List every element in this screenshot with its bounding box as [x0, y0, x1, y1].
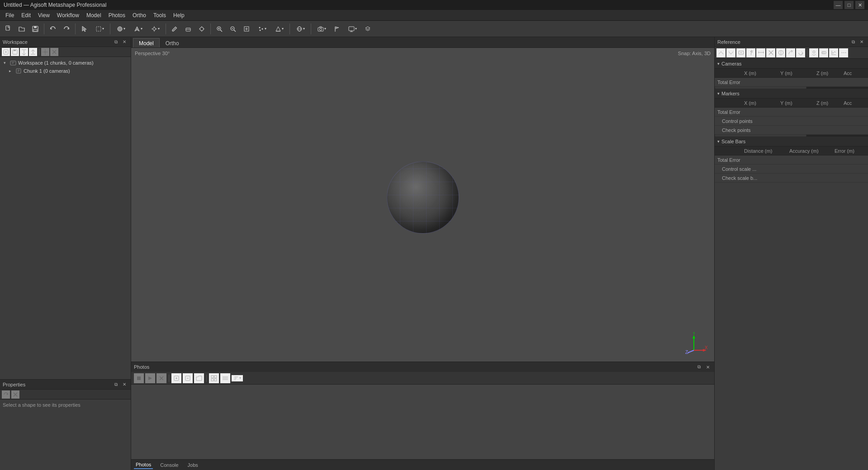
new-button[interactable] — [2, 23, 14, 35]
ref-show-coords-button[interactable] — [829, 48, 838, 57]
rect-select-button[interactable]: ▾ — [91, 23, 108, 35]
props-close-button[interactable] — [11, 390, 19, 399]
photos-toolbar-sep2 — [206, 375, 207, 382]
transform-button[interactable]: ▾ — [147, 23, 163, 35]
markers-control-points[interactable]: Control points — [715, 117, 868, 126]
ref-show-scalebars-button[interactable] — [819, 48, 828, 57]
workspace-detach-button[interactable]: ⧉ — [112, 38, 119, 46]
ws-add-chunk-button[interactable] — [2, 48, 10, 56]
layers-button[interactable] — [361, 23, 374, 35]
zoom-in-button[interactable] — [213, 23, 226, 35]
photos-stop-button[interactable] — [134, 373, 144, 383]
pencil-button[interactable] — [168, 23, 181, 35]
workspace-close-button[interactable]: ✕ — [121, 38, 128, 46]
cameras-table: X (m) Y (m) Z (m) Acc Total Error — [715, 69, 868, 87]
ref-show-markers-button[interactable] — [809, 48, 818, 57]
photos-content-area[interactable] — [131, 385, 714, 459]
ref-add-marker-button[interactable] — [746, 48, 755, 57]
reference-scroll-area[interactable]: ▾ Cameras X (m) Y (m) Z (m) Acc Total Er… — [715, 59, 868, 470]
svg-point-28 — [259, 27, 260, 28]
save-button[interactable] — [29, 23, 42, 35]
ws-export-button[interactable] — [29, 48, 37, 56]
maximize-button[interactable]: □ — [844, 1, 854, 9]
menu-file[interactable]: File — [2, 10, 18, 20]
camera-button[interactable]: ▾ — [313, 23, 330, 35]
cameras-section-header[interactable]: ▾ Cameras — [715, 59, 868, 69]
photos-folder-button[interactable] — [194, 373, 204, 383]
menu-ortho[interactable]: Ortho — [129, 10, 150, 20]
scalebars-control-scale[interactable]: Control scale ... — [715, 164, 868, 174]
photos-remove-button[interactable] — [183, 373, 193, 383]
ws-settings-button[interactable] — [41, 48, 49, 56]
svg-rect-38 — [349, 27, 354, 31]
ref-delete-button[interactable] — [766, 48, 775, 57]
ref-more-button[interactable] — [839, 48, 848, 57]
shading-button[interactable]: ▾ — [113, 23, 129, 35]
photos-play-button[interactable] — [145, 373, 155, 383]
photos-add-button[interactable] — [171, 373, 181, 383]
menu-edit[interactable]: Edit — [18, 10, 34, 20]
scalebars-check-scale[interactable]: Check scale b... — [715, 174, 868, 183]
fit-view-button[interactable] — [240, 23, 253, 35]
workspace-root-label: Workspace (1 chunks, 0 cameras) — [18, 60, 94, 66]
menu-tools[interactable]: Tools — [150, 10, 170, 20]
photos-grid-button[interactable] — [209, 373, 219, 383]
photos-list-button[interactable] — [220, 373, 230, 383]
photos-close-button[interactable]: ✕ — [704, 363, 711, 371]
ref-update-button[interactable] — [796, 48, 805, 57]
properties-close-button[interactable]: ✕ — [121, 381, 128, 388]
erase-button[interactable] — [182, 23, 194, 35]
photos-tab-photos[interactable]: Photos — [134, 461, 153, 469]
markers-check-points[interactable]: Check points — [715, 126, 868, 135]
zoom-out-button[interactable] — [227, 23, 239, 35]
ref-add-scalebar-button[interactable] — [756, 48, 765, 57]
menu-view[interactable]: View — [34, 10, 53, 20]
photos-sort-button[interactable]: ▾ — [232, 375, 243, 381]
ref-export-button[interactable] — [726, 48, 735, 57]
texture-button[interactable]: ▾ — [292, 23, 308, 35]
open-button[interactable] — [15, 23, 28, 35]
scalebars-section-header[interactable]: ▾ Scale Bars — [715, 136, 868, 146]
workspace-root-item[interactable]: ▾ Workspace (1 chunks, 0 cameras) — [2, 59, 129, 67]
cameras-title: Cameras — [721, 61, 742, 66]
ref-optimize-button[interactable] — [786, 48, 795, 57]
reference-detach-button[interactable]: ⧉ — [849, 38, 857, 46]
select-tool-button[interactable] — [78, 23, 90, 35]
menu-model[interactable]: Model — [83, 10, 105, 20]
minimize-button[interactable]: — — [834, 1, 843, 9]
menu-help[interactable]: Help — [170, 10, 188, 20]
viewport-3d[interactable]: Perspective 30° Snap: Axis, 3D Y Z — [131, 48, 714, 362]
photos-toolbar: ▾ — [131, 372, 714, 385]
menu-workflow[interactable]: Workflow — [53, 10, 83, 20]
close-button[interactable]: ✕ — [855, 1, 864, 9]
markers-section-header[interactable]: ▾ Markers — [715, 89, 868, 99]
properties-detach-button[interactable]: ⧉ — [112, 381, 119, 388]
props-refresh-button[interactable] — [2, 390, 10, 399]
tab-ortho[interactable]: Ortho — [160, 38, 185, 47]
redo-button[interactable] — [60, 23, 73, 35]
photos-close2-button[interactable] — [157, 373, 166, 383]
photos-tab-console[interactable]: Console — [158, 461, 180, 469]
flag-button[interactable] — [331, 23, 343, 35]
display-button[interactable]: ▾ — [344, 23, 360, 35]
ws-close-button[interactable] — [50, 48, 58, 56]
crosshair-button[interactable] — [195, 23, 208, 35]
ws-import-button[interactable] — [20, 48, 28, 56]
ref-import-button[interactable] — [716, 48, 726, 57]
menu-photos[interactable]: Photos — [105, 10, 129, 20]
points-button[interactable]: ▾ — [254, 23, 270, 35]
mesh-button[interactable]: ▾ — [271, 23, 287, 35]
undo-button[interactable] — [47, 23, 59, 35]
photos-expand-button[interactable]: ⧉ — [695, 363, 702, 371]
cameras-col-x: X (m) — [741, 70, 778, 76]
nav-mode-button[interactable]: ▾ — [130, 23, 146, 35]
tab-model[interactable]: Model — [133, 38, 160, 47]
reference-close-button[interactable]: ✕ — [858, 38, 865, 46]
photos-tab-jobs[interactable]: Jobs — [186, 461, 200, 469]
ref-estimate-button[interactable] — [776, 48, 785, 57]
ws-save-button[interactable] — [11, 48, 19, 56]
ref-settings-button[interactable] — [736, 48, 745, 57]
chunk-item[interactable]: ▸ Chunk 1 (0 cameras) — [2, 67, 129, 75]
cameras-section-label: ▾ Cameras — [717, 61, 742, 66]
svg-rect-0 — [6, 26, 9, 30]
